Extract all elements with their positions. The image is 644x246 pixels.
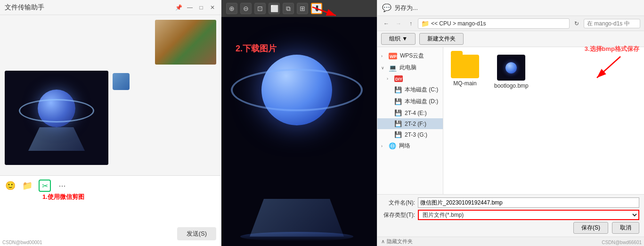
sidebar-label-f: 2T-2 (F:) [405,121,426,127]
breadcrumb-text: << CPU > mango-d1s [431,20,486,27]
dialog-nav: ← → ↑ 📁 << CPU > mango-d1s ↻ [377,16,644,31]
sidebar-item-network[interactable]: › 🌐 网络 [377,140,443,152]
input-toolbar: 🙂 📁 ✂ ··· [5,180,216,192]
save-button[interactable]: 保存(S) [573,222,608,234]
sidebar-label-network: 网络 [399,142,410,150]
savetype-label: 保存类型(T): [382,211,415,219]
crop-btn[interactable]: ⬜ [269,3,280,14]
folder-icon[interactable]: 📁 [22,180,33,191]
drive-c-icon: 💾 [394,86,402,93]
dialog-title: 另存为... [394,4,418,12]
viewer-toolbar: ⊕ ⊖ ⊡ ⬜ ⧉ ⊞ ⬇ [221,0,377,17]
file-item-bootlogo[interactable]: bootlogo.bmp [491,52,531,92]
maximize-btn[interactable]: □ [197,4,205,11]
chat-image-hologram[interactable] [5,71,108,165]
minimize-btn[interactable]: — [186,4,194,11]
sidebar-item-e[interactable]: 💾 2T-4 (E:) [377,107,443,118]
refresh-btn[interactable]: ↻ [571,18,582,29]
wechat-icon: 💬 [382,3,391,12]
chat-images [5,20,216,165]
emoji-icon[interactable]: 🙂 [5,180,16,191]
image-viewer: ⊕ ⊖ ⊡ ⬜ ⧉ ⊞ ⬇ 2.下载图片 [221,0,377,246]
sidebar-label-g: 2T-3 (G:) [405,131,427,138]
sidebar-nav: › WPS WPS云盘 ∨ 💻 此电脑 › DIY 💾 本地磁盘 (C:) 💾 [377,47,443,194]
dialog-titlebar: 💬 另存为... [377,0,644,16]
expand-arrow: › [381,54,386,58]
expand-arrow-hidden: ∧ [381,238,385,245]
drive-g-icon: 💾 [394,131,402,138]
expand-arrow-2: ∨ [381,66,386,70]
zoom-out-btn[interactable]: ⊖ [240,3,252,14]
filename-label: 文件名(N): [382,199,415,207]
file-item-mq-main[interactable]: MQ-main [448,52,482,90]
annotation-3-container: 3.选择bmp格式保存 [583,45,639,84]
wechat-chat-content [0,15,221,175]
scissors-button[interactable]: ✂ [39,180,51,192]
wechat-titlebar: 文件传输助手 📌 — □ ✕ [0,0,221,15]
ellipsis-icon[interactable]: ··· [57,180,68,191]
avatar [113,73,130,90]
grid-btn[interactable]: ⊞ [297,3,308,14]
svg-line-3 [597,57,620,78]
download-arrow [310,2,348,21]
filename-input[interactable] [418,197,639,208]
search-input[interactable] [584,19,640,28]
sidebar-label-c: 本地磁盘 (C:) [405,86,438,94]
drive-e-icon: 💾 [394,109,402,116]
sidebar-label-e: 2T-4 (E:) [405,110,427,116]
svg-line-1 [312,7,336,16]
forward-btn[interactable]: → [393,18,404,29]
wechat-input-area: 🙂 📁 ✂ ··· 1.使用微信剪图 发送(S) [0,175,221,246]
footer-buttons: 保存(S) 取消 [382,222,639,234]
sidebar-item-g[interactable]: 💾 2T-3 (G:) [377,129,443,140]
close-btn[interactable]: ✕ [209,4,216,11]
pc-icon: 💻 [389,64,397,72]
annotation-3-arrow [583,54,639,82]
titlebar-controls: 📌 — □ ✕ [175,4,216,11]
cancel-button[interactable]: 取消 [612,222,639,234]
wechat-panel: 文件传输助手 📌 — □ ✕ � [0,0,221,246]
wechat-title: 文件传输助手 [5,3,44,12]
sidebar-item-f[interactable]: 💾 2T-2 (F:) [377,118,443,129]
diy-icon: DIY [394,75,403,82]
breadcrumb: 📁 << CPU > mango-d1s [418,18,570,29]
file-content-wrapper: 3.选择bmp格式保存 MQ-main [443,47,644,194]
savetype-select[interactable]: 图片文件(*.bmp) [418,210,639,220]
sidebar-item-wps[interactable]: › WPS WPS云盘 [377,50,443,62]
csdn-label-right: CSDN@bwd66601 [602,240,642,245]
dialog-main: › WPS WPS云盘 ∨ 💻 此电脑 › DIY 💾 本地磁盘 (C:) 💾 [377,47,644,194]
annotation-3: 3.选择bmp格式保存 [583,45,639,53]
sidebar-label-pc: 此电脑 [399,64,416,72]
filename-row: 文件名(N): [382,197,639,208]
file-label-mq: MQ-main [453,80,476,87]
dialog-footer: 文件名(N): 保存类型(T): 图片文件(*.bmp) 保存(S) 取消 [377,194,644,237]
zoom-in-btn[interactable]: ⊕ [226,3,237,14]
drive-d-icon: 💾 [394,98,402,105]
expand-arrow-9: › [381,144,386,148]
up-btn[interactable]: ↑ [406,18,416,29]
sidebar-label-d: 本地磁盘 (D:) [405,98,438,106]
file-icon-bootlogo [497,55,525,81]
message-input[interactable] [5,196,216,224]
pin-btn[interactable]: 📌 [175,4,182,11]
breadcrumb-folder-icon: 📁 [421,20,429,27]
file-label-bootlogo: bootlogo.bmp [494,82,529,89]
file-save-dialog: 💬 另存为... ← → ↑ 📁 << CPU > mango-d1s ↻ 组织… [377,0,644,246]
copy-btn[interactable]: ⧉ [283,3,294,14]
savetype-row: 保存类型(T): 图片文件(*.bmp) [382,210,639,220]
hidden-files-label: 隐藏文件夹 [387,238,413,245]
send-button[interactable]: 发送(S) [177,227,216,240]
annotation-2: 2.下载图片 [236,43,277,54]
new-folder-btn[interactable]: 新建文件夹 [419,33,464,45]
sidebar-item-pc[interactable]: ∨ 💻 此电脑 [377,62,443,74]
chat-image-pcb[interactable] [155,20,216,65]
back-btn[interactable]: ← [381,18,391,29]
drive-f-icon: 💾 [394,120,402,127]
sidebar-item-c[interactable]: 💾 本地磁盘 (C:) [377,84,443,96]
sidebar-item-d[interactable]: 💾 本地磁盘 (D:) [377,96,443,107]
organize-btn[interactable]: 组织 ▼ [381,33,416,45]
sidebar-item-diy[interactable]: › DIY [377,74,443,84]
wps-icon: WPS [389,53,397,59]
sidebar-label-wps: WPS云盘 [400,52,424,60]
fit-btn[interactable]: ⊡ [254,3,266,14]
